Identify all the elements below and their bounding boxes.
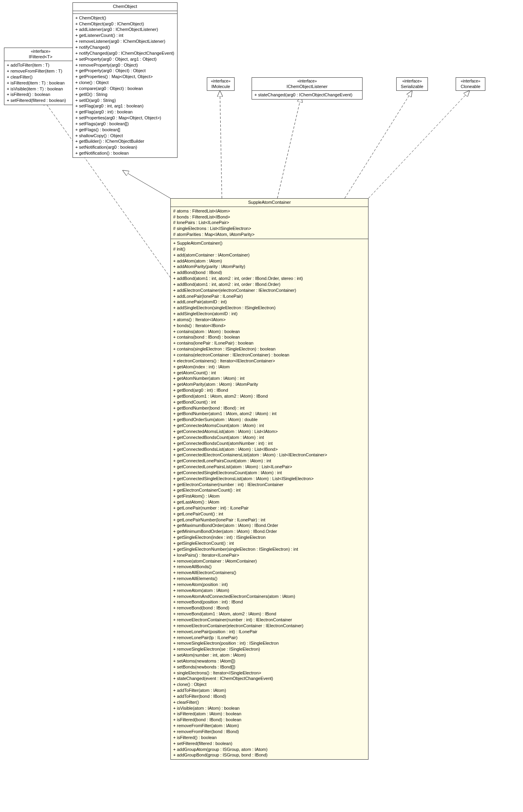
method: + addGroupAtom(group : ISGroup, atom : I… — [173, 747, 366, 753]
method: + removeLonePair(lp : ILonePair) — [173, 635, 366, 641]
method: + getConnectedSingleElectronsCount(atom … — [173, 470, 366, 476]
method: + getConnectedElectronContainersList(ato… — [173, 452, 366, 458]
method: + removeBond(bond : IBond) — [173, 605, 366, 611]
method: + addElectronContainer(electronContainer… — [173, 287, 366, 293]
method: + getConnectedAtomsList(atom : IAtom) : … — [173, 429, 366, 435]
method: + getBondNumber(atom1 : IAtom, atom2 : I… — [173, 411, 366, 417]
method: + getAtomCount() : int — [173, 370, 366, 376]
method: + getBond(arg0 : int) : IBond — [173, 387, 366, 393]
title: «interface» IChemObjectListener — [252, 78, 362, 91]
method: + removeListener(arg0 : IChemObjectListe… — [75, 38, 175, 44]
method: + getBondCount() : int — [173, 399, 366, 405]
method: + getConnectedBondsList(atom : IAtom) : … — [173, 446, 366, 452]
title: «interface» Cloneable — [456, 78, 485, 90]
methods: + addToFilter(item : T)+ removeFromFilte… — [4, 61, 77, 105]
method: + removeSingleElectron(se : ISingleElect… — [173, 646, 366, 652]
method: + getConnectedBondsCount(atomNumber : in… — [173, 440, 366, 446]
svg-line-5 — [368, 91, 470, 198]
method: + setNotification(arg0 : boolean) — [75, 144, 175, 150]
method: + setFlags(arg0 : boolean[]) — [75, 121, 175, 127]
method: + atoms() : Iterator<IAtom> — [173, 317, 366, 323]
method: + removeFromFilter(bond : IBond) — [173, 729, 366, 735]
method: + removeProperty(arg0 : Object) — [75, 62, 175, 68]
method: + removeAtomAndConnectedElectronContaine… — [173, 594, 366, 599]
attribute: # atomParities : Map<IAtom, IAtomParity> — [173, 232, 366, 237]
class-cloneable: «interface» Cloneable — [456, 77, 485, 91]
method: + addBond(bond : IBond) — [173, 270, 366, 276]
title: ChemObject — [73, 3, 177, 11]
method: + setFiltered(filtered : boolean) — [7, 98, 74, 103]
methods: + stateChanged(arg0 : IChemObjectChangeE… — [252, 91, 362, 99]
method: + ChemObject(arg0 : IChemObject) — [75, 21, 175, 27]
method: + setID(arg0 : String) — [75, 98, 175, 103]
method: + addToFilter(item : T) — [7, 62, 74, 68]
method: + clone() : Object — [75, 80, 175, 86]
method: + removeAllElements() — [173, 576, 366, 582]
method: + removeBond(atom1 : IAtom, atom2 : IAto… — [173, 611, 366, 617]
method: + removeFromFilter(atom : IAtom) — [173, 723, 366, 729]
method: + contains(atom : IAtom) : boolean — [173, 329, 366, 335]
method: + getSingleElectron(index : int) : ISing… — [173, 534, 366, 540]
class-ifiltered: «interface» IFiltered<T> + addToFilter(i… — [4, 48, 77, 105]
stereotype: «interface» — [210, 79, 232, 84]
method: + removeAtom(atom : IAtom) — [173, 588, 366, 594]
method: + stateChanged(event : IChemObjectChange… — [173, 676, 366, 682]
method: + addLonePair(atomID : int) — [173, 299, 366, 305]
method: + addAtom(atom : IAtom) — [173, 258, 366, 264]
stereotype: «interface» — [399, 79, 425, 84]
method: + contains(bond : IBond) : boolean — [173, 334, 366, 340]
class-name: Serializable — [399, 84, 425, 90]
method: + singleElectrons() : Iterator<ISingleEl… — [173, 670, 366, 676]
method: + setAtoms(newatoms : IAtom[]) — [173, 658, 366, 664]
method: + setBonds(newbonds : IBond[]) — [173, 664, 366, 670]
method: + electronContainers() : Iterator<IElect… — [173, 358, 366, 364]
method: + getBondOrderSum(atom : IAtom) : double — [173, 417, 366, 423]
method: + setFlag(arg0 : int, arg1 : boolean) — [75, 103, 175, 109]
method: + setFiltered(filtered : boolean) — [173, 741, 366, 747]
method: + getConnectedAtomsCount(atom : IAtom) :… — [173, 423, 366, 429]
method: + getConnectedLonePairsList(atom : IAtom… — [173, 464, 366, 470]
method: + addGroupBond(group : ISGroup, bond : I… — [173, 752, 366, 758]
method: + add(atomContainer : IAtomContainer) — [173, 252, 366, 258]
method: + getMaximumBondOrder(atom : IAtom) : IB… — [173, 523, 366, 529]
svg-line-0 — [123, 170, 170, 198]
method: + notifyChanged() — [75, 44, 175, 50]
title: «interface» IFiltered<T> — [4, 48, 77, 61]
method: + stateChanged(arg0 : IChemObjectChangeE… — [254, 92, 360, 98]
method: + getProperties() : Map<Object, Object> — [75, 74, 175, 80]
class-name: Cloneable — [458, 84, 483, 90]
method: + isFiltered() : boolean — [7, 92, 74, 98]
method: + getConnectedSingleElectronsList(atom :… — [173, 476, 366, 482]
method: + getSingleElectronNumber(singleElectron… — [173, 546, 366, 552]
method: + SuppleAtomContainer() — [173, 240, 366, 246]
method: + addLonePair(lonePair : ILonePair) — [173, 293, 366, 299]
method: + isFiltered() : boolean — [173, 735, 366, 741]
method: + ChemObject() — [75, 15, 175, 21]
class-imolecule: «interface» IMolecule — [207, 77, 235, 91]
method: + contains(electronContainer : IElectron… — [173, 352, 366, 358]
class-name: IChemObjectListener — [254, 84, 360, 90]
method: + getNotification() : boolean — [75, 150, 175, 156]
method: + contains(lonePair : ILonePair) : boole… — [173, 340, 366, 346]
method: + isFiltered(atom : IAtom) : boolean — [173, 711, 366, 717]
method: + removeAllBonds() — [173, 564, 366, 570]
method: + getID() : String — [75, 92, 175, 98]
class-ichemobjectlistener: «interface» IChemObjectListener + stateC… — [252, 77, 363, 100]
method: + remove(atomContainer : IAtomContainer) — [173, 558, 366, 564]
method: + getProperty(arg0 : Object) : Object — [75, 68, 175, 74]
method: + addSingleElectron(atomID : int) — [173, 311, 366, 317]
attribute: # lonePairs : List<ILonePair> — [173, 220, 366, 226]
method: + removeAtom(position : int) — [173, 582, 366, 588]
method: + setProperties(arg0 : Map<Object, Objec… — [75, 115, 175, 121]
method: + getFlag(arg0 : int) : boolean — [75, 109, 175, 115]
method: + addBond(atom1 : int, atom2 : int, orde… — [173, 282, 366, 287]
method: + getFlags() : boolean[] — [75, 127, 175, 133]
method: + bonds() : Iterator<IBond> — [173, 323, 366, 329]
method: + getBond(atom1 : IAtom, atom2 : IAtom) … — [173, 393, 366, 399]
title: «interface» Serializable — [397, 78, 428, 90]
method: + setAtom(number : int, atom : IAtom) — [173, 652, 366, 658]
attribute: # singleElectrons : List<ISingleElectron… — [173, 226, 366, 232]
method: # init() — [173, 246, 366, 252]
method: + getMinimumBondOrder(atom : IAtom) : IB… — [173, 529, 366, 534]
method: + removeElectronContainer(electronContai… — [173, 623, 366, 629]
